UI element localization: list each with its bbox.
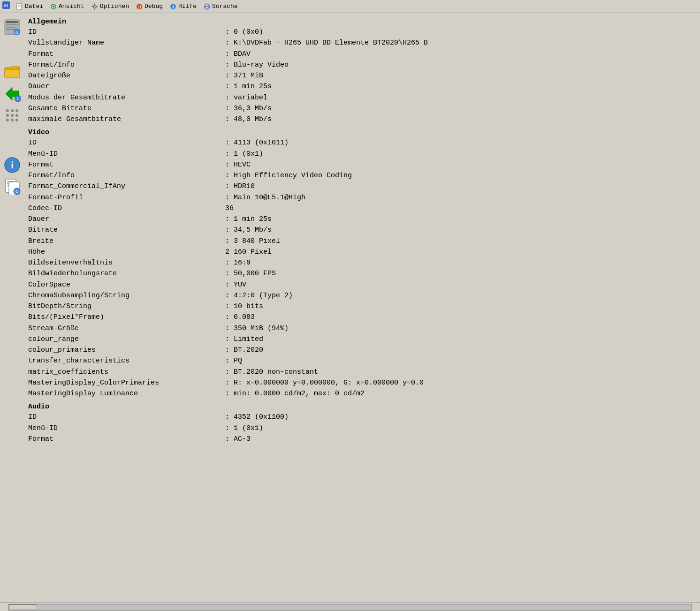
row-codec-id: Codec-ID 36 (28, 203, 696, 214)
svg-point-34 (11, 114, 14, 117)
row-modus-gesamtbitrate: Modus der Gesamtbitrate : variabel (28, 92, 696, 103)
value-format-video: : HEVC (225, 159, 251, 170)
label-dauer-video: Dauer (28, 214, 225, 225)
menu-hilfe[interactable]: i Hilfe (167, 2, 199, 11)
row-maximale-gesamtbitrate: maximale Gesamtbitrate : 48,0 Mb/s (28, 114, 696, 125)
value-colorspace: : YUV (225, 279, 246, 290)
value-colour-range: : Limited (225, 334, 263, 345)
label-colorspace: ColorSpace (28, 279, 225, 290)
info-icon-sidebar[interactable]: i (3, 156, 22, 174)
value-transfer-characteristics: : PQ (225, 355, 242, 366)
svg-text:D: D (137, 4, 141, 9)
value-format-info-allgemein: : Blu-ray Video (225, 60, 289, 70)
label-dateigroesse: Dateigröße (28, 70, 225, 81)
svg-point-7 (53, 6, 54, 8)
pages-icon-sidebar[interactable]: ↻ (3, 177, 22, 196)
svg-point-30 (6, 109, 9, 112)
value-format-commercial: : HDR10 (225, 181, 255, 192)
value-gesamte-bitrate: : 36,3 Mb/s (225, 103, 272, 114)
svg-rect-4 (18, 6, 21, 6)
row-id-allgemein: ID : 0 (0x0) (28, 27, 696, 38)
row-format-allgemein: Format : BDAV (28, 49, 696, 60)
content-area: Allgemein ID : 0 (0x0) Vollständiger Nam… (24, 15, 700, 445)
value-hoehe: 2 160 Pixel (225, 247, 272, 257)
label-colour-range: colour_range (28, 334, 225, 345)
svg-point-33 (6, 114, 9, 117)
row-dateigroesse: Dateigröße : 371 MiB (28, 70, 696, 81)
row-mastering-display-luminance: MasteringDisplay_Luminance : min: 0.0000… (28, 388, 696, 399)
section-video-header: Video (28, 128, 696, 136)
value-bitdepth: : 10 bits (225, 301, 263, 312)
value-mastering-display-color: : R: x=0.000000 y=0.000000, G: x=0.00000… (225, 377, 424, 388)
label-breite: Breite (28, 236, 225, 247)
value-mastering-display-luminance: : min: 0.0000 cd/m2, max: 0 cd/m2 (225, 388, 365, 399)
row-mastering-display-color: MasteringDisplay_ColorPrimaries : R: x=0… (28, 377, 696, 388)
general-section-icon[interactable]: G (3, 18, 22, 37)
svg-point-8 (93, 5, 96, 8)
label-transfer-characteristics: transfer_characteristics (28, 355, 225, 366)
menu-debug[interactable]: D Debug (133, 2, 166, 11)
row-hoehe: Höhe 2 160 Pixel (28, 247, 696, 257)
label-matrix-coefficients: matrix_coefficients (28, 367, 225, 377)
value-format-audio: : AC-3 (225, 434, 251, 445)
svg-text:G: G (15, 30, 18, 35)
row-matrix-coefficients: matrix_coefficients : BT.2020 non-consta… (28, 367, 696, 377)
menu-optionen-label: Optionen (100, 3, 129, 10)
menu-ansicht[interactable]: Ansicht (47, 2, 87, 11)
horizontal-scrollbar[interactable] (0, 603, 700, 611)
row-vollstaendiger-name: Vollständiger Name : K:\DVDFab – H265 UH… (28, 38, 696, 48)
scrollbar-thumb[interactable] (9, 604, 37, 610)
label-codec-id: Codec-ID (28, 203, 225, 214)
value-codec-id: 36 (225, 203, 234, 214)
value-id-audio: : 4352 (0x1100) (225, 412, 289, 422)
row-dauer-video: Dauer : 1 min 25s (28, 214, 696, 225)
svg-rect-5 (18, 7, 20, 7)
value-colour-primaries: : BT.2020 (225, 345, 263, 355)
svg-point-32 (15, 109, 18, 112)
svg-rect-23 (6, 27, 15, 28)
row-id-video: ID : 4113 (0x1011) (28, 137, 696, 148)
menu-debug-label: Debug (145, 3, 163, 10)
label-bitdepth: BitDepth/String (28, 301, 225, 312)
label-hoehe: Höhe (28, 247, 225, 257)
row-bits-pixel-frame: Bits/(Pixel*Frame) : 0.083 (28, 312, 696, 323)
row-format-audio: Format : AC-3 (28, 434, 696, 445)
value-breite: : 3 840 Pixel (225, 236, 280, 247)
value-chroma-subsampling: : 4:2:0 (Type 2) (225, 290, 293, 301)
label-bildseitenverhaeltnis: Bildseitenverhältnis (28, 257, 225, 268)
label-format-info-allgemein: Format/Info (28, 60, 225, 70)
menu-datei[interactable]: Datei (13, 2, 46, 11)
label-id-audio: ID (28, 412, 225, 422)
row-stream-groesse: Stream-Größe : 350 MiB (94%) (28, 323, 696, 334)
menu-datei-label: Datei (25, 3, 43, 10)
label-format-profil: Format-Profil (28, 192, 225, 203)
row-menu-id-audio: Menü-ID : 1 (0x1) (28, 423, 696, 434)
row-format-profil: Format-Profil : Main 10@L5.1@High (28, 192, 696, 203)
folder-icon-sidebar[interactable] (3, 63, 22, 82)
scrollbar-track[interactable] (8, 604, 692, 611)
label-menu-id-audio: Menü-ID (28, 423, 225, 434)
ansicht-icon (50, 3, 57, 10)
arrow-icon-sidebar[interactable]: i (3, 84, 22, 103)
label-mastering-display-luminance: MasteringDisplay_Luminance (28, 388, 225, 399)
svg-point-37 (11, 119, 14, 121)
value-bildseitenverhaeltnis: : 16:9 (225, 257, 251, 268)
label-id-video: ID (28, 137, 225, 148)
sidebar: G i (0, 15, 24, 445)
label-gesamte-bitrate: Gesamte Bitrate (28, 103, 225, 114)
menu-optionen[interactable]: Optionen (88, 2, 132, 11)
row-transfer-characteristics: transfer_characteristics : PQ (28, 355, 696, 366)
menu-sorache[interactable]: Sorache (200, 2, 241, 11)
value-dateigroesse: : 371 MiB (225, 70, 263, 81)
value-dauer-video: : 1 min 25s (225, 214, 272, 225)
row-bitdepth: BitDepth/String : 10 bits (28, 301, 696, 312)
row-dauer-allgemein: Dauer : 1 min 25s (28, 81, 696, 92)
row-format-info-video: Format/Info : High Efficiency Video Codi… (28, 170, 696, 181)
svg-rect-22 (6, 24, 18, 25)
label-id-allgemein: ID (28, 27, 225, 38)
value-bits-pixel-frame: : 0.083 (225, 312, 255, 323)
row-bitrate-video: Bitrate : 34,5 Mb/s (28, 225, 696, 235)
dots-icon-sidebar[interactable] (3, 106, 22, 125)
svg-point-36 (6, 119, 9, 121)
main-layout: G i (0, 13, 700, 447)
